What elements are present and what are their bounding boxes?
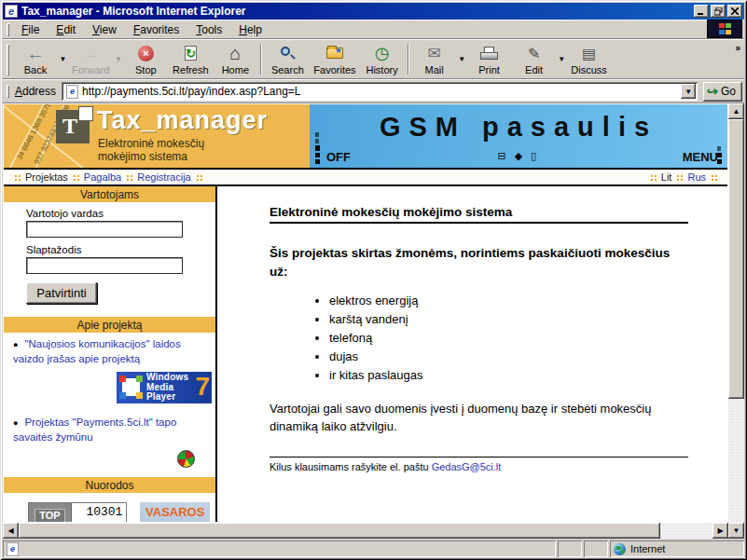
lang-lit[interactable]: Lit (661, 171, 672, 183)
list-item: karštą vandenį (329, 312, 688, 326)
edit-button[interactable]: ✎ Edit (512, 40, 557, 78)
standard-toolbar: ← Back ▼ → Forward ▼ × Stop ↻ Refresh ⌂ … (3, 39, 744, 79)
email-link[interactable]: GedasG@5ci.lt (432, 461, 502, 472)
address-bar: Address e http://payments.5ci.lt/pay/ind… (3, 79, 744, 103)
scroll-up-button[interactable]: ▲ (728, 103, 744, 119)
horizontal-scroll-thumb[interactable] (19, 523, 660, 539)
vasaros-akcija-banner[interactable]: VASAROS AKCIJA (140, 502, 210, 523)
scroll-right-button[interactable]: ▶ (712, 523, 728, 539)
about-link-payments[interactable]: ●Projektas "Payments.5ci.lt" tapo savait… (4, 411, 215, 446)
minimize-button[interactable] (694, 5, 709, 18)
links-section-header: Nuorodos (4, 477, 215, 493)
history-clock-icon: ◷ (375, 45, 390, 61)
address-dropdown[interactable]: ▼ (681, 84, 696, 99)
dots-separator-icon (196, 174, 202, 181)
nav-registracija[interactable]: Registracija (137, 171, 190, 183)
description-paragraph: Vartotojai gali savo duomenis įvesti į d… (270, 401, 688, 436)
dots-separator-icon (650, 174, 657, 181)
list-item: elektros energiją (329, 294, 688, 307)
dots-separator-icon (14, 174, 21, 181)
stop-icon: × (138, 46, 154, 61)
toolbar-overflow-chevron[interactable]: » (735, 43, 740, 53)
wmp-logo-icon (119, 376, 143, 399)
printer-icon (480, 47, 498, 60)
restore-button[interactable] (711, 5, 726, 18)
back-button[interactable]: ← Back (13, 40, 58, 78)
submit-login-button[interactable]: Patvirtinti (26, 282, 97, 304)
mail-button[interactable]: ✉ Mail (412, 40, 457, 78)
nav-projektas[interactable]: Projektas (25, 171, 68, 183)
go-arrow-icon: ↪ (706, 83, 719, 100)
intro-text: Šis projektas skirtas žmonėms, norintiem… (270, 244, 688, 280)
bullet-icon: ● (13, 418, 18, 428)
pinwheel-globe-icon[interactable] (177, 450, 195, 468)
gsm-ad-banner[interactable]: GSM pasaulis OFF ⊟ ◆ ▯ MENU (310, 104, 727, 168)
nav-pagalba[interactable]: Pagalba (84, 171, 121, 183)
close-button[interactable] (727, 5, 742, 18)
password-field[interactable] (26, 257, 183, 274)
mail-dropdown[interactable]: ▼ (457, 40, 467, 78)
forward-button[interactable]: → Forward (68, 40, 113, 78)
page-banner: 34 6646 1369 3578 937 92374927 4836 T Ta… (4, 104, 727, 168)
windows-media-player-banner[interactable]: Windows Media Player 7 (117, 372, 212, 403)
address-input[interactable]: e http://payments.5ci.lt/pay/index.asp?L… (62, 82, 698, 101)
status-pane-small (584, 540, 608, 557)
refresh-button[interactable]: ↻ Refresh (168, 40, 213, 78)
toolbar-grip-handle[interactable] (7, 44, 9, 75)
favorites-button[interactable]: ★ Favorites (310, 40, 359, 78)
top100-counter-badge[interactable]: TOP 100 10301 +9 (28, 502, 127, 523)
top-navigation: Projektas Pagalba Registracija Lit Rus (4, 168, 727, 186)
dots-separator-icon (73, 174, 79, 181)
lang-rus[interactable]: Rus (687, 171, 706, 183)
print-button[interactable]: Print (467, 40, 512, 78)
page-ie-icon: e (7, 542, 19, 556)
scroll-left-button[interactable]: ◀ (3, 523, 19, 539)
username-field[interactable] (26, 221, 183, 238)
search-button[interactable]: Search (265, 40, 310, 78)
home-button[interactable]: ⌂ Home (213, 40, 257, 78)
dots-separator-icon (126, 174, 132, 181)
vertical-scrollbar[interactable]: ▲ ▼ (728, 103, 744, 539)
address-grip-handle[interactable] (7, 85, 9, 98)
edit-dropdown[interactable]: ▼ (557, 40, 567, 78)
go-button[interactable]: ↪ Go (703, 82, 742, 102)
vertical-scroll-thumb[interactable] (728, 119, 744, 399)
menu-grip-handle[interactable] (7, 23, 9, 36)
scroll-down-button[interactable]: ▼ (728, 523, 744, 539)
windows-throbber-icon (707, 20, 742, 38)
zone-label: Internet (630, 543, 665, 554)
menu-edit[interactable]: Edit (48, 21, 84, 38)
about-link-video[interactable]: ●"Naujosios komunikacijos" laidos vaizdo… (4, 333, 215, 368)
search-icon (279, 45, 296, 61)
username-label: Vartotojo vardas (26, 208, 206, 219)
dots-separator-icon (676, 174, 683, 181)
bullet-icon: ● (13, 340, 18, 349)
status-bar: e Internet (3, 539, 744, 557)
taxmanager-logo-icon: T (56, 110, 90, 143)
web-page: 34 6646 1369 3578 937 92374927 4836 T Ta… (3, 103, 728, 523)
title-bar[interactable]: e Tax_manager - Microsoft Internet Explo… (3, 3, 744, 20)
menu-tools[interactable]: Tools (187, 21, 230, 38)
discuss-button[interactable]: ▤ Discuss (567, 40, 612, 78)
horizontal-scrollbar[interactable]: ◀ ▶ (3, 523, 728, 539)
security-zone-pane: Internet (610, 540, 744, 557)
forward-dropdown[interactable]: ▼ (113, 40, 123, 78)
discuss-icon: ▤ (582, 45, 596, 62)
sidebar: Vartotojams Vartotojo vardas Slaptažodis… (4, 186, 217, 523)
main-content: Elektroninė mokesčių mokėjimo sistema Ši… (217, 186, 727, 523)
forward-arrow-icon: → (82, 45, 100, 62)
list-item: telefoną (329, 331, 688, 345)
page-heading: Elektroninė mokesčių mokėjimo sistema (270, 205, 688, 224)
address-url: http://payments.5ci.lt/pay/index.asp?Lan… (82, 85, 681, 98)
menu-file[interactable]: File (13, 21, 48, 38)
menu-view[interactable]: View (84, 21, 125, 38)
window-title: Tax_manager - Microsoft Internet Explore… (21, 5, 694, 18)
history-button[interactable]: ◷ History (360, 40, 405, 78)
toolbar-separator (260, 44, 262, 75)
menu-help[interactable]: Help (230, 21, 270, 38)
gsm-phone-icons: ⊟ ◆ ▯ (310, 150, 727, 162)
back-dropdown[interactable]: ▼ (58, 40, 68, 78)
menu-favorites[interactable]: Favorites (125, 21, 187, 38)
address-label: Address (13, 85, 62, 98)
stop-button[interactable]: × Stop (123, 40, 168, 78)
